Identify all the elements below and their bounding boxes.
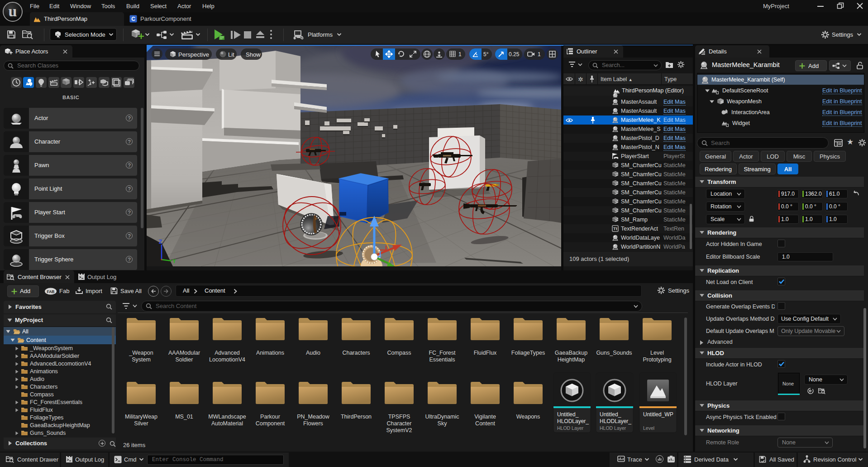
svg-text:HeightMap: HeightMap	[558, 356, 585, 363]
svg-text:C: C	[131, 16, 135, 22]
svg-text:Animations: Animations	[256, 350, 284, 356]
svg-text:LocomotionV4: LocomotionV4	[209, 356, 245, 363]
svg-text:Essentials: Essentials	[429, 356, 455, 363]
svg-text:Compass: Compass	[387, 350, 411, 356]
svg-text:FoliageTypes: FoliageTypes	[511, 350, 545, 356]
svg-text:HLOD Layer: HLOD Layer	[557, 425, 584, 431]
svg-text:Audio: Audio	[306, 350, 320, 356]
svg-text:Level: Level	[650, 350, 664, 356]
svg-text:Weapons: Weapons	[516, 414, 540, 420]
svg-text:UltraDynamic: UltraDynamic	[425, 414, 459, 420]
svg-text:ThirdPerson: ThirdPerson	[341, 414, 372, 420]
svg-text:Soldier: Soldier	[176, 356, 193, 363]
svg-text:Advanced: Advanced	[215, 350, 240, 356]
svg-text:Flowers: Flowers	[303, 420, 323, 427]
svg-text:SystemV2: SystemV2	[386, 427, 412, 433]
svg-text:HLODLayer_: HLODLayer_	[557, 418, 589, 424]
svg-text:Silver: Silver	[134, 420, 148, 427]
svg-text:AAAModular: AAAModular	[168, 350, 200, 356]
svg-text:FC_Forest: FC_Forest	[429, 350, 456, 356]
svg-text:System: System	[132, 356, 151, 363]
svg-text:HLOD Layer: HLOD Layer	[600, 425, 626, 431]
svg-text:Prototyping: Prototyping	[643, 356, 671, 363]
svg-text:Z: Z	[159, 239, 162, 245]
svg-text:Tt: Tt	[613, 226, 618, 231]
svg-text:MWLandscape: MWLandscape	[208, 414, 246, 420]
svg-text:MS_01: MS_01	[175, 414, 193, 420]
svg-text:Component: Component	[256, 420, 285, 427]
svg-text:Parkour: Parkour	[260, 414, 280, 420]
svg-text:Untitled_: Untitled_	[557, 411, 579, 418]
svg-text:Level: Level	[643, 425, 654, 431]
svg-text:AutoMaterial: AutoMaterial	[211, 420, 243, 427]
svg-text:Vigilante: Vigilante	[474, 414, 496, 420]
svg-text:Character: Character	[387, 420, 412, 427]
svg-text:Untitled_WP: Untitled_WP	[643, 411, 673, 418]
svg-text:Sky: Sky	[438, 420, 448, 427]
svg-text:FluidFlux: FluidFlux	[474, 350, 497, 356]
svg-text:Characters: Characters	[342, 350, 370, 356]
svg-text:Guns_Sounds: Guns_Sounds	[596, 350, 632, 356]
svg-text:Content: Content	[475, 420, 495, 427]
svg-text:HLODLayer_: HLODLayer_	[600, 418, 631, 424]
svg-text:GaeaBackup: GaeaBackup	[555, 350, 587, 356]
svg-text:PN_Meadow: PN_Meadow	[297, 414, 330, 420]
svg-text:_Weapon: _Weapon	[129, 350, 153, 356]
svg-text:MilitaryWeap: MilitaryWeap	[125, 414, 157, 420]
svg-text:Y: Y	[172, 258, 176, 265]
svg-text:FAB: FAB	[47, 289, 55, 294]
svg-text:Untitled_: Untitled_	[600, 411, 621, 418]
svg-text:TPSFPS: TPSFPS	[388, 414, 410, 420]
